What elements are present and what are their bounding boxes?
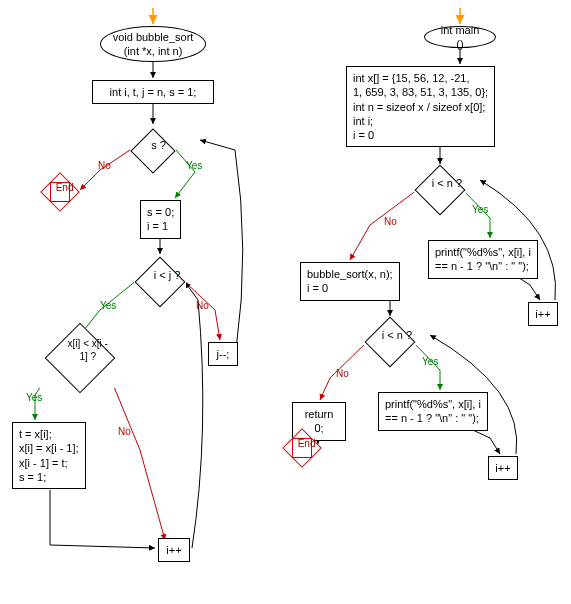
- edge-no: No: [98, 160, 111, 171]
- main-start: int main (): [424, 26, 496, 48]
- cond-ij-text: i < j ?: [150, 268, 184, 282]
- edge-no: No: [336, 368, 349, 379]
- edge-yes: Yes: [472, 204, 488, 215]
- edge-yes: Yes: [26, 392, 42, 403]
- edge-yes: Yes: [186, 160, 202, 171]
- cond-s-text: s ?: [144, 138, 174, 152]
- start-label: void bubble_sort (int *x, int n): [113, 30, 194, 59]
- cond1: i < n ?: [414, 164, 466, 216]
- left-reset-text: s = 0; i = 1: [147, 205, 174, 234]
- call-text: bubble_sort(x, n); i = 0: [307, 267, 393, 296]
- cond-cmp: x[i] < x[i - 1] ?: [38, 328, 122, 388]
- cond-ij: i < j ?: [134, 256, 186, 308]
- edge-no: No: [384, 216, 397, 227]
- left-end-text: End: [52, 181, 78, 194]
- left-iinc: i++: [158, 538, 190, 562]
- cond-cmp-text: x[i] < x[i - 1] ?: [64, 337, 112, 363]
- cond2-text: i < n ?: [380, 328, 414, 342]
- iinc2-text: i++: [495, 461, 510, 475]
- edge-yes: Yes: [422, 356, 438, 367]
- left-reset: s = 0; i = 1: [140, 200, 181, 239]
- swap: t = x[i]; x[i] = x[i - 1]; x[i - 1] = t;…: [12, 422, 86, 489]
- cond-s: s ?: [130, 128, 176, 174]
- cond1-text: i < n ?: [430, 176, 464, 190]
- edge-yes: Yes: [100, 300, 116, 311]
- print2-text: printf("%d%s", x[i], i == n - 1 ? "\n" :…: [385, 397, 481, 426]
- bubble-sort-start: void bubble_sort (int *x, int n): [100, 26, 206, 62]
- iinc1-text: i++: [535, 307, 550, 321]
- call: bubble_sort(x, n); i = 0: [300, 262, 400, 301]
- edge-no: No: [196, 300, 209, 311]
- left-init: int i, t, j = n, s = 1;: [92, 80, 214, 104]
- right-end-text: End: [294, 437, 320, 450]
- print1-text: printf("%d%s", x[i], i == n - 1 ? "\n" :…: [435, 245, 531, 274]
- print1: printf("%d%s", x[i], i == n - 1 ? "\n" :…: [428, 240, 538, 279]
- main-start-text: int main (): [437, 23, 483, 52]
- jdec-text: j--;: [217, 347, 230, 361]
- jdec: j--;: [208, 342, 238, 366]
- iinc1: i++: [528, 302, 558, 326]
- right-init-text: int x[] = {15, 56, 12, -21, 1, 659, 3, 8…: [353, 71, 488, 142]
- cond2: i < n ?: [364, 316, 416, 368]
- left-iinc-text: i++: [166, 543, 181, 557]
- left-init-text: int i, t, j = n, s = 1;: [110, 85, 197, 99]
- iinc2: i++: [488, 456, 518, 480]
- swap-text: t = x[i]; x[i] = x[i - 1]; x[i - 1] = t;…: [19, 427, 79, 484]
- print2: printf("%d%s", x[i], i == n - 1 ? "\n" :…: [378, 392, 488, 431]
- right-init: int x[] = {15, 56, 12, -21, 1, 659, 3, 8…: [346, 66, 495, 147]
- edge-no: No: [118, 426, 131, 437]
